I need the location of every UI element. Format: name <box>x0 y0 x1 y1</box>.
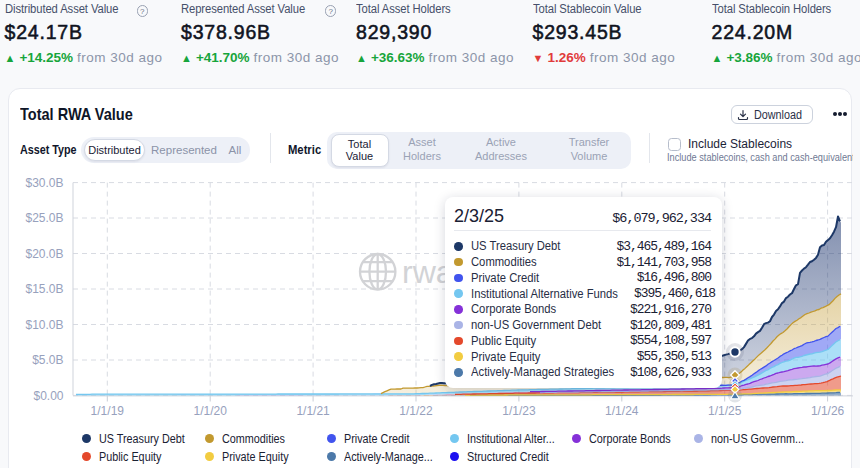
svg-text:$5.0B: $5.0B <box>32 353 63 367</box>
svg-text:1/1/21: 1/1/21 <box>296 404 330 418</box>
svg-text:$20.0B: $20.0B <box>25 247 63 261</box>
svg-text:$0.00: $0.00 <box>33 389 63 403</box>
svg-text:1/1/22: 1/1/22 <box>399 404 433 418</box>
svg-text:1/1/23: 1/1/23 <box>502 404 536 418</box>
svg-text:1/1/19: 1/1/19 <box>91 404 125 418</box>
svg-text:1/1/26: 1/1/26 <box>811 404 845 418</box>
svg-text:1/1/25: 1/1/25 <box>708 404 742 418</box>
svg-text:$25.0B: $25.0B <box>25 211 63 225</box>
svg-text:$30.0B: $30.0B <box>25 176 63 190</box>
svg-text:$10.0B: $10.0B <box>25 318 63 332</box>
svg-text:1/1/20: 1/1/20 <box>194 404 228 418</box>
svg-text:1/1/24: 1/1/24 <box>605 404 639 418</box>
svg-text:$15.0B: $15.0B <box>25 282 63 296</box>
